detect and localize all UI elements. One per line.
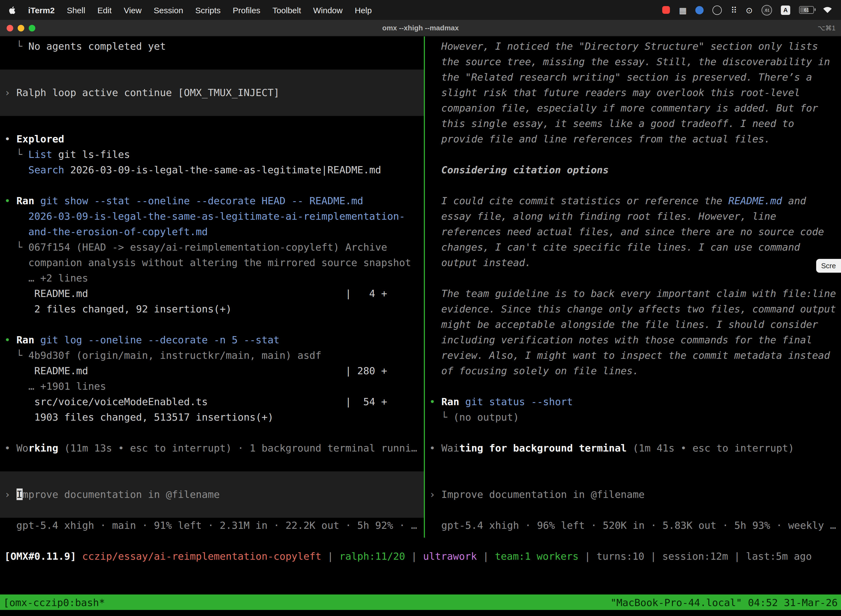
text-segment: gpt-5.4 xhigh · main · 91% left · 2.31M … bbox=[4, 519, 417, 531]
dots-grid-icon[interactable]: ⠿ bbox=[731, 6, 737, 14]
text-segment: README.md | 280 + bbox=[4, 365, 387, 377]
text-segment: • bbox=[429, 396, 441, 407]
terminal-line: README.md | 280 + bbox=[0, 363, 424, 378]
text-segment: › bbox=[4, 488, 16, 500]
menu-item-shell[interactable]: Shell bbox=[61, 5, 91, 15]
terminal-line: of focusing solely on file lines. bbox=[425, 363, 841, 378]
terminal-line: However, I noticed the "Directory Struct… bbox=[425, 39, 841, 54]
terminal-line: └ 4b9d30f (origin/main, instructkr/main,… bbox=[0, 348, 424, 363]
terminal-line bbox=[425, 147, 841, 162]
screen-share-overlay-button[interactable]: Scre bbox=[816, 259, 841, 273]
text-segment: • bbox=[4, 133, 16, 145]
text-segment: | bbox=[579, 550, 596, 562]
terminal-line bbox=[425, 178, 841, 193]
terminal-line: might be acceptable alongside the file l… bbox=[425, 317, 841, 332]
text-segment: team:1 workers bbox=[495, 550, 578, 562]
terminal-line: 1903 files changed, 513517 insertions(+) bbox=[0, 409, 424, 425]
menu-item-iterm2[interactable]: iTerm2 bbox=[22, 5, 61, 15]
text-segment: 2026-03-09-is-legal-the-same-as-legitima… bbox=[4, 210, 405, 222]
text-segment: ralph:11/20 bbox=[339, 550, 405, 562]
terminal-line: Search 2026-03-09-is-legal-the-same-as-l… bbox=[0, 162, 424, 178]
terminal-line: └ (no output) bbox=[425, 409, 841, 425]
window-title-bar[interactable]: omx --xhigh --madmax ⌥⌘1 bbox=[0, 20, 841, 37]
terminal-line bbox=[0, 116, 424, 131]
terminal-line bbox=[0, 471, 424, 487]
menu-bar-status-icons: ▦⠿⊙.61A61 bbox=[662, 5, 841, 15]
input-source-icon[interactable]: A bbox=[781, 5, 790, 15]
terminal-line: this single essay, it seems like a good … bbox=[425, 116, 841, 131]
menu-item-window[interactable]: Window bbox=[307, 5, 349, 15]
text-segment: 2026-03-09-is-legal-the-same-as-legitima… bbox=[64, 164, 381, 176]
text-segment: references need actual files, and since … bbox=[429, 226, 824, 238]
text-segment: … +1901 lines bbox=[4, 380, 106, 392]
dark-app-icon[interactable] bbox=[713, 5, 722, 15]
text-segment: Ralph loop active continue [OMX_TMUX_INJ… bbox=[16, 87, 280, 98]
command-input-line[interactable]: › Improve documentation in @filename bbox=[425, 487, 841, 502]
grid-window-icon[interactable]: ▦ bbox=[679, 6, 687, 14]
terminal-line: the "Related research writing" section i… bbox=[425, 70, 841, 85]
terminal-pane-right[interactable]: However, I noticed the "Directory Struct… bbox=[425, 37, 841, 538]
command-input-line[interactable]: › Improve documentation in @filename bbox=[0, 487, 424, 502]
text-segment: No agents completed yet bbox=[28, 40, 166, 52]
text-segment: git ls-files bbox=[52, 148, 130, 160]
keyhole-app-icon[interactable]: ⊙ bbox=[746, 6, 753, 14]
text-segment: cczip/essay/ai-reimplementation-copyleft bbox=[82, 550, 321, 562]
text-segment: Wai bbox=[441, 442, 459, 454]
terminal-line bbox=[0, 502, 424, 518]
terminal-line: └ List git ls-files bbox=[0, 147, 424, 162]
text-segment: › bbox=[4, 87, 16, 98]
text-segment: output instead. bbox=[429, 257, 531, 268]
terminal-line: companion file, especially if more comme… bbox=[425, 100, 841, 116]
menu-item-edit[interactable]: Edit bbox=[91, 5, 118, 15]
screen-recording-indicator[interactable] bbox=[662, 6, 670, 14]
text-segment: Wo bbox=[16, 442, 28, 454]
terminal-pane-left[interactable]: └ No agents completed yet› Ralph loop ac… bbox=[0, 37, 424, 538]
apple-menu-icon[interactable] bbox=[0, 5, 22, 15]
text-segment: The team guideline is to back every impo… bbox=[429, 287, 836, 299]
text-segment: | bbox=[644, 550, 662, 562]
battery-percent-app-icon[interactable]: .61 bbox=[762, 5, 772, 15]
macos-menu-bar: iTerm2ShellEditViewSessionScriptsProfile… bbox=[0, 0, 841, 20]
terminal-line bbox=[0, 100, 424, 116]
terminal-line: including verification notes with those … bbox=[425, 332, 841, 348]
text-segment: and bbox=[782, 195, 806, 207]
ralph-loop-injected-prompt[interactable]: › Ralph loop active continue [OMX_TMUX_I… bbox=[0, 85, 424, 100]
tmux-session-info: [omx-cczip0:bash* bbox=[3, 596, 105, 608]
text-segment: | bbox=[728, 550, 746, 562]
model-status-line: gpt-5.4 xhigh · 96% left · 520K in · 5.8… bbox=[425, 518, 841, 533]
terminal-line bbox=[0, 54, 424, 70]
menu-item-help[interactable]: Help bbox=[349, 5, 378, 15]
text-segment: └ 4b9d30f (origin/main, instructkr/main,… bbox=[4, 349, 321, 361]
text-segment: 1903 files changed, 513517 insertions(+) bbox=[4, 411, 273, 423]
wifi-icon[interactable] bbox=[823, 5, 832, 15]
battery-icon[interactable]: 61 bbox=[799, 6, 814, 14]
terminal-line bbox=[425, 425, 841, 440]
ran-git-log-header: • Ran git log --oneline --decorate -n 5 … bbox=[0, 332, 424, 348]
text-segment: changes, I can't cite specific file line… bbox=[429, 241, 800, 253]
terminal-line: the source tree, missing the essay. Stil… bbox=[425, 54, 841, 70]
blue-app-icon[interactable] bbox=[696, 6, 704, 14]
terminal-line bbox=[425, 471, 841, 487]
text-segment: last:5m ago bbox=[746, 550, 812, 562]
menu-item-session[interactable]: Session bbox=[148, 5, 189, 15]
text-segment: › Improve documentation in @filename bbox=[429, 488, 645, 500]
text-segment: └ bbox=[4, 148, 28, 160]
text-segment: this single essay, it seems like a good … bbox=[429, 117, 794, 129]
text-segment: README.md | 4 + bbox=[4, 287, 387, 299]
menu-item-toolbelt[interactable]: Toolbelt bbox=[267, 5, 307, 15]
terminal-line: evidence. Since this change only affects… bbox=[425, 301, 841, 317]
text-segment: | bbox=[405, 550, 423, 562]
bottom-filler bbox=[0, 610, 841, 616]
text-segment: • bbox=[4, 442, 16, 454]
text-segment: src/voice/voiceModeEnabled.ts | 54 + bbox=[4, 396, 387, 407]
waiting-status-line: • Waiting for background terminal (1m 41… bbox=[425, 440, 841, 456]
text-segment: ting for background terminal bbox=[459, 442, 627, 454]
menu-item-scripts[interactable]: Scripts bbox=[189, 5, 227, 15]
text-segment: ultrawork bbox=[423, 550, 477, 562]
terminal-line: companion analysis without altering the … bbox=[0, 255, 424, 270]
text-segment: Ran bbox=[16, 334, 34, 346]
menu-item-view[interactable]: View bbox=[118, 5, 148, 15]
text-segment: mprove documentation in @filename bbox=[22, 488, 220, 500]
tmux-host-time: "MacBook-Pro-44.local" 04:52 31-Mar-26 bbox=[610, 596, 838, 608]
menu-item-profiles[interactable]: Profiles bbox=[227, 5, 267, 15]
